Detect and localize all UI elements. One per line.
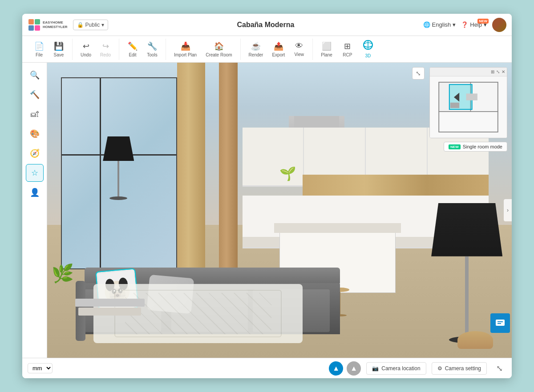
furniture-tool[interactable]: 🛋: [26, 105, 44, 123]
minimap-header: ⊞ ⤡ ✕: [430, 68, 507, 76]
minimap: ⊞ ⤡ ✕: [429, 67, 507, 138]
nav-dot-active[interactable]: ▲: [329, 361, 343, 376]
single-room-label: Single room mode: [463, 144, 502, 149]
toolbar-group-render: ☕ Render 📤 Export 👁 View: [241, 39, 313, 60]
view-button[interactable]: 👁 View: [289, 39, 309, 60]
chevron-down-icon: ▾: [453, 21, 456, 28]
save-icon: 💾: [54, 41, 64, 51]
create-room-button[interactable]: 🏠 Create Room: [201, 39, 236, 60]
project-title: Cabaña Moderna: [113, 21, 417, 29]
camera-setting-button[interactable]: ⚙ Camera setting: [432, 362, 487, 375]
toolbar-group-undo: ↩ Undo ↪ Redo: [73, 39, 119, 60]
toolbar-group-file: 📄 File 💾 Save: [26, 39, 73, 60]
nav-icons: ▲ ▲: [329, 361, 361, 376]
feedback-button[interactable]: [490, 313, 510, 333]
floor-plan-svg: [433, 80, 503, 134]
fullscreen-button[interactable]: ⤡: [492, 361, 506, 376]
side-table: [457, 331, 493, 349]
render-icon: ☕: [251, 41, 261, 51]
unit-dropdown[interactable]: mm cm in: [28, 363, 53, 373]
rcp-button[interactable]: ⊞ RCP: [338, 39, 357, 60]
public-button[interactable]: 🔒 Public ▾: [73, 20, 109, 30]
paint-tool[interactable]: 🎨: [26, 125, 44, 143]
book-stack: [75, 299, 145, 316]
import-icon: 📥: [181, 41, 190, 51]
export-button[interactable]: 📤 Export: [267, 39, 289, 60]
plant-left: 🌿: [52, 263, 74, 284]
import-plan-button[interactable]: 📥 Import Plan: [170, 39, 201, 60]
svg-rect-26: [466, 94, 477, 100]
logo-text: EASYHOME HOMESTYLER: [43, 20, 68, 29]
lock-icon: 🔒: [77, 22, 84, 28]
single-room-new-label: NEW: [449, 144, 461, 149]
person-tool[interactable]: 👤: [26, 184, 44, 201]
plant-back: 🌱: [279, 166, 296, 181]
render-button[interactable]: ☕ Render: [244, 39, 268, 60]
svg-rect-28: [496, 320, 505, 326]
svg-rect-3: [35, 25, 40, 31]
top-bar: EASYHOME HOMESTYLER 🔒 Public ▾ Cabaña Mo…: [22, 14, 512, 36]
save-button[interactable]: 💾 Save: [49, 39, 69, 60]
undo-icon: ↩: [83, 41, 89, 51]
svg-rect-23: [439, 112, 498, 132]
plane-icon: ⬜: [322, 41, 332, 51]
help-button[interactable]: ❓ Help NEW ▾: [461, 21, 487, 28]
minimap-icon-1: ⊞: [491, 69, 494, 74]
user-avatar[interactable]: [492, 18, 506, 32]
language-button[interactable]: 🌐 English ▾: [423, 21, 456, 28]
bottom-bar: mm cm in ▲ ▲ 📷 Camera location ⚙ Camera …: [22, 358, 512, 378]
toolbar-group-view-mode: ⬜ Plane ⊞ RCP 3D: [313, 37, 381, 61]
view-icon: 👁: [295, 41, 303, 51]
svg-rect-25: [450, 103, 459, 108]
redo-button[interactable]: ↪ Redo: [96, 39, 115, 60]
camera-location-icon: 📷: [372, 365, 379, 372]
logo-icon: [28, 18, 41, 32]
export-icon: 📤: [274, 41, 283, 51]
3d-icon: [363, 40, 373, 52]
left-sidebar: 🔍 🔨 🛋 🎨 🧭 ☆ 👤: [22, 63, 47, 358]
create-room-icon: 🏠: [214, 41, 224, 51]
edit-button[interactable]: ✏️ Edit: [123, 39, 142, 60]
viewport[interactable]: 🌿 🌱: [47, 63, 512, 358]
new-badge: NEW: [477, 19, 489, 24]
tools-button[interactable]: 🔧 Tools: [142, 39, 162, 60]
logo-area: EASYHOME HOMESTYLER: [28, 18, 68, 32]
chevron-down-icon: ▾: [101, 22, 104, 28]
file-icon: 📄: [34, 41, 44, 51]
minimap-content: [430, 76, 507, 138]
right-edge-arrow[interactable]: ›: [504, 199, 512, 221]
app-window: EASYHOME HOMESTYLER 🔒 Public ▾ Cabaña Mo…: [22, 14, 512, 378]
globe-icon: 🌐: [423, 21, 430, 28]
lamp-left: [103, 136, 134, 200]
toolbar-group-edit: ✏️ Edit 🔧 Tools: [119, 39, 166, 60]
question-icon: ❓: [461, 21, 468, 28]
hammer-tool[interactable]: 🔨: [26, 86, 44, 104]
camera-location-button[interactable]: 📷 Camera location: [366, 362, 426, 375]
edit-icon: ✏️: [128, 41, 138, 51]
search-tool[interactable]: 🔍: [26, 66, 44, 84]
svg-rect-1: [35, 19, 40, 24]
3d-button[interactable]: 3D: [358, 37, 378, 61]
unit-select: mm cm in: [28, 363, 53, 373]
rcp-icon: ⊞: [344, 41, 351, 51]
single-room-mode-badge[interactable]: NEW Single room mode: [444, 142, 507, 152]
svg-rect-0: [28, 19, 34, 24]
undo-button[interactable]: ↩ Undo: [76, 39, 96, 60]
star-tool[interactable]: ☆: [26, 164, 44, 182]
minimap-expand-button[interactable]: ⤡: [412, 67, 425, 80]
toolbar-group-import: 📥 Import Plan 🏠 Create Room: [166, 39, 241, 60]
compass-tool[interactable]: 🧭: [26, 144, 44, 162]
tools-icon: 🔧: [147, 41, 157, 51]
plane-button[interactable]: ⬜ Plane: [316, 39, 337, 60]
redo-icon: ↪: [102, 41, 109, 51]
camera-setting-icon: ⚙: [437, 365, 442, 372]
minimap-icon-3: ✕: [502, 69, 505, 74]
main-content: 🔍 🔨 🛋 🎨 🧭 ☆ 👤: [22, 63, 512, 358]
svg-rect-2: [28, 25, 34, 31]
toolbar: 📄 File 💾 Save ↩ Undo ↪ Redo ✏️ Edit: [22, 36, 512, 63]
wood-column-main: [177, 63, 205, 299]
file-button[interactable]: 📄 File: [29, 39, 49, 60]
minimap-icon-2: ⤡: [496, 69, 500, 74]
nav-dot-inactive[interactable]: ▲: [347, 361, 361, 376]
